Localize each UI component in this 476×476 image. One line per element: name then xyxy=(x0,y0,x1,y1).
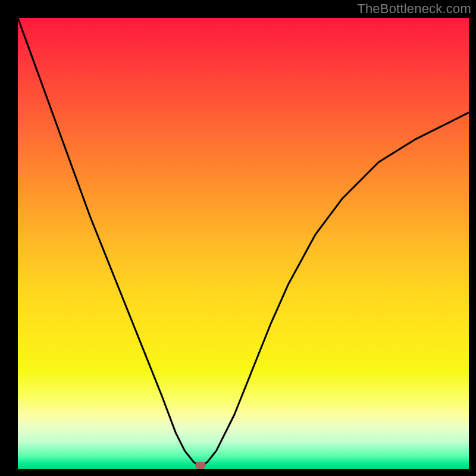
bottleneck-curve xyxy=(18,18,469,465)
bottleneck-curve-svg xyxy=(18,18,469,469)
gradient-plot-area xyxy=(18,18,469,469)
watermark-text: TheBottleneck.com xyxy=(357,1,471,17)
optimal-point-marker xyxy=(195,462,206,469)
